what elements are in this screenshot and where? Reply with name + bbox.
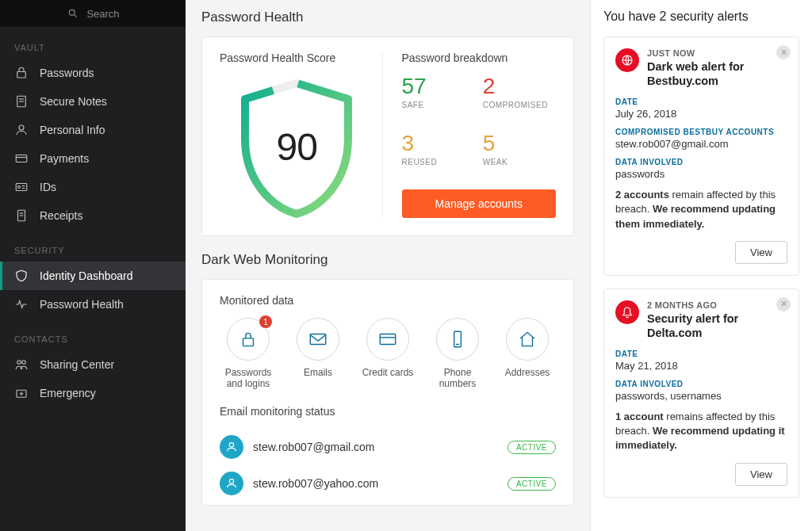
sidebar-item-emergency[interactable]: Emergency [0, 379, 186, 407]
sidebar-item-passwords[interactable]: Passwords [0, 59, 186, 87]
section-header-vault: VAULT [0, 27, 186, 59]
status-badge: ACTIVE [508, 441, 556, 454]
view-button[interactable]: View [735, 241, 787, 264]
sidebar-item-label: Receipts [40, 209, 82, 222]
view-button[interactable]: View [735, 463, 787, 486]
lock-icon [14, 66, 29, 80]
sidebar-item-sharing-center[interactable]: Sharing Center [0, 350, 186, 379]
note-icon [14, 94, 29, 109]
alert-description: 2 accounts remain affected by this breac… [615, 188, 787, 231]
share-icon [14, 357, 29, 372]
alert-title: Dark web alert for Bestbuy.com [647, 59, 787, 88]
svg-point-10 [18, 186, 21, 189]
monitored-label: Passwords and logins [220, 367, 277, 389]
reused-value: 3 [402, 132, 475, 155]
weak-label: WEAK [483, 158, 556, 166]
search-placeholder: Search [86, 8, 119, 20]
svg-point-28 [229, 479, 233, 483]
monitored-emails[interactable]: Emails [289, 318, 347, 389]
field-label: COMPROMISED BESTBUY ACCOUNTS [615, 128, 787, 136]
section-header-security: SECURITY [0, 230, 186, 262]
person-icon [14, 123, 29, 137]
card-icon [14, 151, 29, 166]
sidebar-item-label: Passwords [40, 67, 94, 79]
sidebar-item-ids[interactable]: IDs [0, 173, 186, 201]
sidebar-item-label: IDs [40, 181, 56, 193]
alert-description: 1 account remains affected by this breac… [615, 410, 787, 453]
safe-value: 57 [402, 75, 475, 97]
sidebar-item-secure-notes[interactable]: Secure Notes [0, 87, 186, 116]
manage-accounts-button[interactable]: Manage accounts [402, 189, 557, 218]
compromised-value: 2 [483, 75, 556, 97]
score-panel: Password Health Score 90 [220, 52, 382, 218]
breakdown-title: Password breakdown [402, 52, 557, 64]
health-shield: 90 [233, 75, 360, 218]
field-label: DATE [615, 97, 787, 106]
alert-time: JUST NOW [647, 48, 787, 58]
svg-rect-21 [243, 338, 254, 346]
receipt-icon [14, 208, 29, 223]
alert-card: ✕ JUST NOW Dark web alert for Bestbuy.co… [603, 36, 799, 276]
email-address: stew.rob007@yahoo.com [253, 477, 498, 490]
alert-time: 2 MONTHS AGO [647, 300, 787, 310]
sidebar-item-label: Identity Dashboard [40, 269, 133, 282]
phone-icon [447, 329, 468, 350]
monitored-credit[interactable]: Credit cards [359, 318, 416, 389]
shield-icon [14, 269, 29, 283]
weak-value: 5 [483, 132, 556, 155]
monitored-label: Emails [304, 367, 332, 378]
sidebar-item-password-health[interactable]: Password Health [0, 290, 186, 319]
password-health-card: Password Health Score 90 [201, 36, 574, 236]
breakdown-panel: Password breakdown 57 SAFE 2 COMPROMISED… [382, 52, 557, 218]
mail-icon [308, 329, 328, 350]
sidebar-item-payments[interactable]: Payments [0, 144, 186, 173]
svg-point-0 [70, 10, 75, 15]
status-badge: ACTIVE [508, 477, 556, 491]
breakdown-safe: 57 SAFE [402, 75, 475, 118]
field-value: passwords, usernames [615, 390, 787, 402]
field-label: DATA INVOLVED [615, 380, 787, 388]
monitored-phone[interactable]: Phone numbers [429, 318, 486, 389]
monitored-title: Monitored data [220, 294, 556, 307]
credit-icon [377, 329, 398, 350]
search-bar[interactable]: Search [0, 0, 186, 27]
sidebar-item-label: Sharing Center [40, 358, 114, 371]
monitored-row: 1 Passwords and logins Emails Credit car… [220, 318, 556, 389]
email-row[interactable]: stew.rob007@gmail.com ACTIVE [220, 429, 556, 465]
close-icon[interactable]: ✕ [776, 45, 791, 59]
health-icon [14, 297, 29, 311]
sidebar-item-label: Payments [40, 152, 89, 165]
emergency-icon [14, 386, 29, 400]
alerts-header: You have 2 security alerts [603, 10, 799, 24]
svg-rect-7 [16, 155, 27, 162]
close-icon[interactable]: ✕ [776, 297, 791, 311]
email-row[interactable]: stew.rob007@yahoo.com ACTIVE [220, 465, 556, 502]
email-monitoring-title: Email monitoring status [220, 405, 556, 418]
web-alert-icon [615, 48, 639, 72]
section-header-contacts: CONTACTS [0, 319, 186, 350]
alerts-panel: You have 2 security alerts ✕ JUST NOW Da… [590, 0, 812, 531]
monitored-label: Addresses [505, 367, 550, 378]
sidebar-item-label: Emergency [40, 387, 96, 399]
id-icon [14, 180, 29, 194]
breakdown-reused: 3 REUSED [402, 132, 475, 175]
svg-rect-22 [310, 334, 326, 345]
monitored-passwords[interactable]: 1 Passwords and logins [220, 318, 277, 389]
svg-point-6 [19, 125, 24, 130]
home-icon [517, 329, 538, 350]
field-value: May 21, 2018 [615, 360, 787, 372]
sidebar-item-label: Personal Info [40, 124, 105, 136]
alert-title: Security alert for Delta.com [647, 311, 787, 340]
field-label: DATA INVOLVED [615, 158, 787, 166]
password-health-title: Password Health [201, 10, 574, 25]
svg-point-27 [229, 443, 233, 447]
dark-web-card: Monitored data 1 Passwords and logins Em… [201, 279, 574, 506]
sidebar-item-identity-dashboard[interactable]: Identity Dashboard [0, 262, 186, 290]
field-value: July 26, 2018 [615, 108, 787, 120]
sidebar-item-receipts[interactable]: Receipts [0, 201, 186, 230]
avatar-icon [220, 435, 243, 459]
monitored-addresses[interactable]: Addresses [499, 318, 556, 389]
breakdown-compromised: 2 COMPROMISED [483, 75, 556, 118]
breakdown-weak: 5 WEAK [483, 132, 556, 175]
sidebar-item-personal-info[interactable]: Personal Info [0, 116, 186, 144]
